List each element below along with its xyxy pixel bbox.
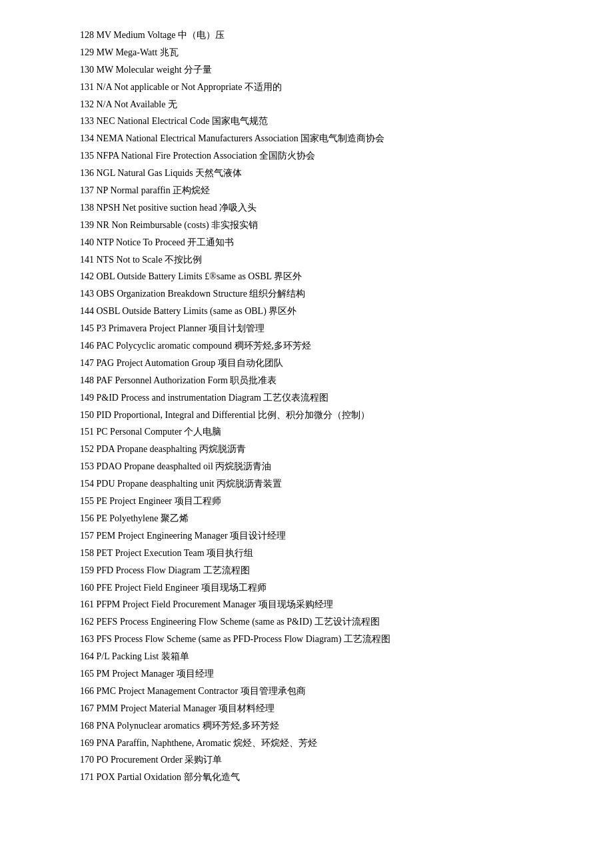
- list-item: 152 PDA Propane deasphalting 丙烷脱沥青: [80, 441, 533, 458]
- list-item: 151 PC Personal Computer 个人电脑: [80, 423, 533, 441]
- list-item: 156 PE Polyethylene 聚乙烯: [80, 510, 533, 527]
- list-item: 166 PMC Project Management Contractor 项目…: [80, 683, 533, 700]
- list-item: 132 N/A Not Available 无: [80, 96, 533, 113]
- list-item: 158 PET Project Execution Team 项目执行组: [80, 545, 533, 562]
- list-item: 128 MV Medium Voltage 中（电）压: [80, 27, 533, 44]
- list-item: 147 PAG Project Automation Group 项目自动化团队: [80, 355, 533, 372]
- list-item: 140 NTP Notice To Proceed 开工通知书: [80, 234, 533, 251]
- list-item: 153 PDAO Propane deasphalted oil 丙烷脱沥青油: [80, 458, 533, 475]
- list-item: 139 NR Non Reimbursable (costs) 非实报实销: [80, 217, 533, 234]
- list-item: 164 P/L Packing List 装箱单: [80, 648, 533, 665]
- list-item: 154 PDU Propane deasphalting unit 丙烷脱沥青装…: [80, 475, 533, 493]
- list-item: 168 PNA Polynuclear aromatics 稠环芳烃,多环芳烃: [80, 717, 533, 735]
- list-item: 167 PMM Project Material Manager 项目材料经理: [80, 700, 533, 717]
- list-item: 144 OSBL Outside Battery Limits (same as…: [80, 303, 533, 320]
- list-item: 135 NFPA National Fire Protection Associ…: [80, 147, 533, 165]
- list-item: 143 OBS Organization Breakdown Structure…: [80, 285, 533, 303]
- list-item: 129 MW Mega-Watt 兆瓦: [80, 44, 533, 61]
- list-item: 142 OBL Outside Battery Limits £®same as…: [80, 268, 533, 285]
- list-item: 155 PE Project Engineer 项目工程师: [80, 493, 533, 510]
- list-item: 134 NEMA National Electrical Manufacture…: [80, 130, 533, 147]
- list-item: 146 PAC Polycyclic aromatic compound 稠环芳…: [80, 337, 533, 355]
- list-item: 171 POX Partial Oxidation 部分氧化造气: [80, 769, 533, 786]
- list-item: 138 NPSH Net positive suction head 净吸入头: [80, 199, 533, 217]
- list-item: 157 PEM Project Engineering Manager 项目设计…: [80, 527, 533, 545]
- list-item: 133 NEC National Electrical Code 国家电气规范: [80, 113, 533, 130]
- list-item: 162 PEFS Process Engineering Flow Scheme…: [80, 613, 533, 631]
- list-item: 160 PFE Project Field Engineer 项目现场工程师: [80, 579, 533, 597]
- list-item: 148 PAF Personnel Authorization Form 职员批…: [80, 372, 533, 389]
- list-item: 131 N/A Not applicable or Not Appropriat…: [80, 79, 533, 96]
- list-item: 150 PID Proportional, Integral and Diffe…: [80, 407, 533, 424]
- list-item: 137 NP Normal paraffin 正构烷烃: [80, 182, 533, 199]
- list-item: 165 PM Project Manager 项目经理: [80, 665, 533, 683]
- list-item: 149 P&ID Process and instrumentation Dia…: [80, 389, 533, 407]
- abbreviation-list: 128 MV Medium Voltage 中（电）压129 MW Mega-W…: [80, 27, 533, 786]
- list-item: 136 NGL Natural Gas Liquids 天然气液体: [80, 165, 533, 182]
- list-item: 169 PNA Paraffin, Naphthene, Aromatic 烷烃…: [80, 735, 533, 752]
- list-item: 130 MW Molecular weight 分子量: [80, 61, 533, 79]
- list-item: 161 PFPM Project Field Procurement Manag…: [80, 596, 533, 613]
- list-item: 141 NTS Not to Scale 不按比例: [80, 251, 533, 269]
- list-item: 145 P3 Primavera Project Planner 项目计划管理: [80, 320, 533, 337]
- list-item: 170 PO Procurement Order 采购订单: [80, 751, 533, 769]
- list-item: 159 PFD Process Flow Diagram 工艺流程图: [80, 562, 533, 579]
- list-item: 163 PFS Process Flow Scheme (same as PFD…: [80, 631, 533, 648]
